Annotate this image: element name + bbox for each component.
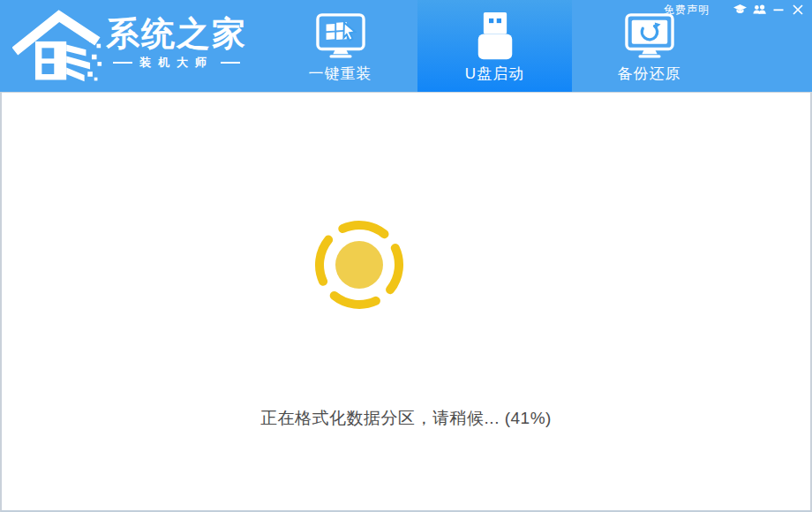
loading-spinner-icon bbox=[311, 216, 408, 313]
monitor-windows-cursor-icon bbox=[314, 12, 367, 60]
tab-usb-boot[interactable]: U盘启动 bbox=[417, 0, 572, 92]
app-window: 系统之家 装机大师 bbox=[0, 0, 812, 512]
users-icon[interactable] bbox=[750, 2, 768, 18]
monitor-restore-icon bbox=[623, 12, 676, 60]
usb-drive-icon bbox=[473, 12, 517, 60]
main-tabs: 一键重装 U盘启动 bbox=[263, 0, 726, 92]
tab-label: U盘启动 bbox=[465, 64, 524, 84]
app-header: 系统之家 装机大师 bbox=[0, 0, 812, 92]
close-button[interactable] bbox=[789, 2, 807, 18]
brand-title: 系统之家 bbox=[106, 16, 247, 51]
tab-label: 备份还原 bbox=[618, 64, 681, 84]
house-pixel-icon bbox=[12, 5, 102, 87]
graduation-cap-icon[interactable] bbox=[731, 2, 748, 18]
titlebar-controls: 免费声明 bbox=[664, 2, 807, 18]
tab-label: 一键重装 bbox=[309, 64, 372, 84]
tab-onekey-reinstall[interactable]: 一键重装 bbox=[263, 0, 417, 92]
brand-logo: 系统之家 装机大师 bbox=[12, 5, 247, 87]
subtitle-dash-right bbox=[221, 62, 240, 64]
disclaimer-link[interactable]: 免费声明 bbox=[664, 3, 710, 18]
status-text: 正在格式化数据分区，请稍候... (41%) bbox=[2, 407, 810, 430]
subtitle-dash-left bbox=[113, 62, 132, 64]
brand-subtitle-label: 装机大师 bbox=[139, 55, 214, 71]
brand-text: 系统之家 装机大师 bbox=[106, 16, 247, 71]
brand-subtitle: 装机大师 bbox=[106, 55, 247, 71]
main-content: 正在格式化数据分区，请稍候... (41%) bbox=[0, 92, 812, 512]
minimize-button[interactable] bbox=[770, 2, 787, 18]
